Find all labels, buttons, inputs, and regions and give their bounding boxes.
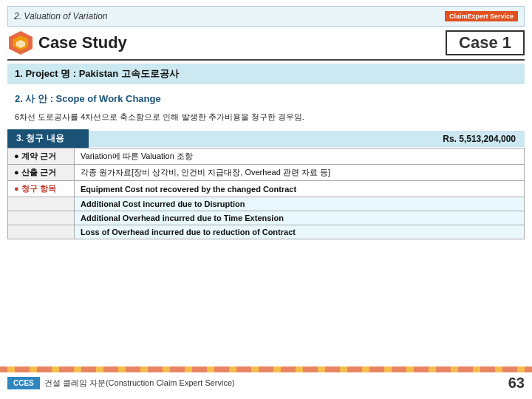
- table-row: Additional Overhead incurred due to Time…: [8, 211, 525, 225]
- table-row: Loss of Overhead incurred due to reducti…: [8, 225, 525, 239]
- header-title: 2. Valuation of Variation: [14, 11, 108, 21]
- title-row: Case Study Case 1: [7, 30, 525, 56]
- case-number: Case 1: [446, 30, 525, 55]
- bottom-label: 건설 클레임 자문(Construction Claim Expert Serv…: [44, 378, 235, 389]
- claim-badge: ClaimExpert Service: [445, 11, 518, 21]
- table-label-cell: [8, 225, 75, 239]
- table-row: Additional Cost incurred due to Disrupti…: [8, 197, 525, 211]
- page-number: 63: [508, 375, 525, 392]
- decorative-border: [0, 366, 532, 372]
- table-label-cell: [8, 197, 75, 211]
- table-row: ● 계약 근거Variation에 따른 Valuation 조항: [8, 149, 525, 165]
- table-label-cell: ● 산출 근거: [8, 165, 75, 181]
- table-value-cell: Additional Cost incurred due to Disrupti…: [75, 197, 525, 211]
- scope-description: 6차선 도로공사를 4차선으로 축소함으로 인해 발생한 추가비용을 청구한 경…: [7, 109, 525, 125]
- section3-amount: Rs. 5,513,204,000: [89, 131, 525, 147]
- case-study-label: Case Study: [38, 33, 127, 52]
- table-value-cell: Equipment Cost not recovered by the chan…: [75, 181, 525, 197]
- divider: [7, 59, 525, 61]
- table-label-cell: ● 계약 근거: [8, 149, 75, 165]
- table-label-cell: ● 청구 항목: [8, 181, 75, 197]
- main-content: 1. Project 명 : Pakistan 고속도로공사 2. 사 안 : …: [7, 64, 525, 239]
- section3-label: 3. 청구 내용: [7, 129, 89, 148]
- bottom-row: CCES 건설 클레임 자문(Construction Claim Expert…: [7, 375, 525, 392]
- cces-badge: CCES: [7, 377, 40, 389]
- scope-title: 2. 사 안 : Scope of Work Change: [15, 93, 161, 104]
- header-bar: 2. Valuation of Variation ClaimExpert Se…: [7, 6, 525, 27]
- table-row: ● 산출 근거각종 원가자료[장비 상각비, 인건비 지급대장, Overhea…: [8, 165, 525, 181]
- logo-area: Case Study: [7, 30, 127, 56]
- table-label-cell: [8, 211, 75, 225]
- section1-project: 1. Project 명 : Pakistan 고속도로공사: [7, 64, 525, 84]
- table-value-cell: Variation에 따른 Valuation 조항: [75, 149, 525, 165]
- table-value-cell: 각종 원가자료[장비 상각비, 인건비 지급대장, Overhead 관련 자료…: [75, 165, 525, 181]
- section2-scope-title: 2. 사 안 : Scope of Work Change: [7, 90, 525, 108]
- logo-icon: [7, 30, 34, 56]
- table-row: ● 청구 항목Equipment Cost not recovered by t…: [8, 181, 525, 197]
- bottom-left: CCES 건설 클레임 자문(Construction Claim Expert…: [7, 377, 235, 389]
- section3-header: 3. 청구 내용 Rs. 5,513,204,000: [7, 129, 525, 148]
- table-value-cell: Additional Overhead incurred due to Time…: [75, 211, 525, 225]
- table-value-cell: Loss of Overhead incurred due to reducti…: [75, 225, 525, 239]
- claim-table: ● 계약 근거Variation에 따른 Valuation 조항● 산출 근거…: [7, 148, 525, 239]
